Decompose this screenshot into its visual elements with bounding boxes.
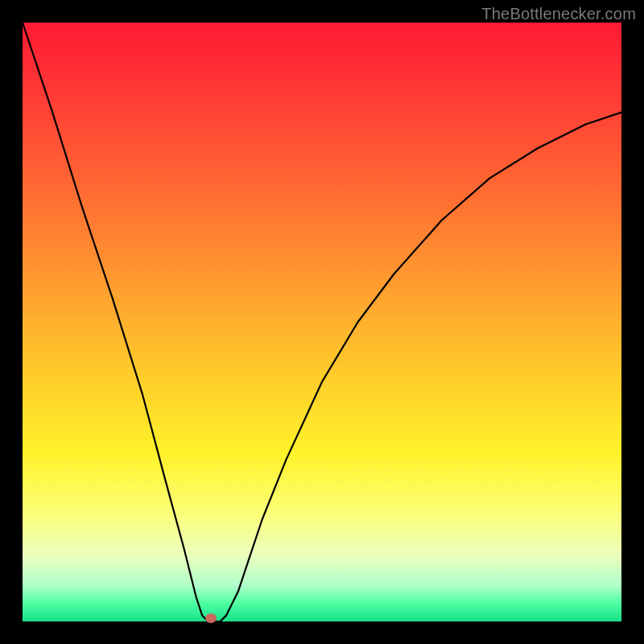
curve-path [23, 23, 621, 621]
optimum-marker [205, 613, 217, 623]
plot-area [23, 23, 621, 621]
chart-frame: TheBottlenecker.com [0, 0, 644, 644]
bottleneck-curve [23, 23, 621, 621]
watermark-text: TheBottlenecker.com [481, 5, 636, 23]
